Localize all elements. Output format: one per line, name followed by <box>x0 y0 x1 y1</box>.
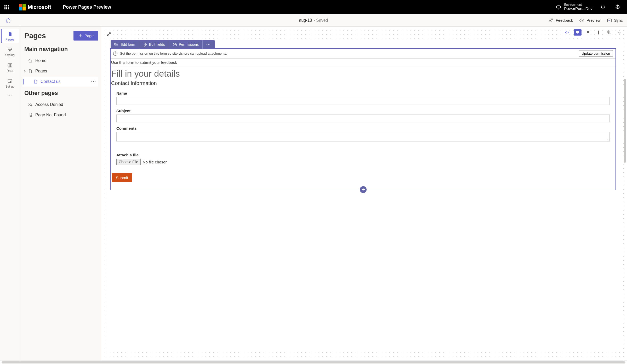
field-name: Name <box>116 91 610 105</box>
field-attach: Attach a file Choose File No file chosen <box>116 153 610 165</box>
new-page-button[interactable]: Page <box>73 31 98 41</box>
form-component-selection[interactable]: Edit form Edit fields Permissions ··· ! … <box>110 48 616 190</box>
rail-data[interactable]: Data <box>1 60 19 74</box>
document-status: - Saved <box>314 18 328 23</box>
tree-item-pages[interactable]: Pages <box>23 66 98 76</box>
tree-item-home[interactable]: Home <box>23 56 98 66</box>
home-button[interactable] <box>4 18 13 23</box>
app-launcher-button[interactable] <box>2 2 12 12</box>
access-denied-icon <box>28 102 33 107</box>
tree-item-contact-us[interactable]: Contact us ··· <box>23 77 98 87</box>
notifications-button[interactable] <box>599 3 607 11</box>
edit-form-label: Edit form <box>121 42 135 47</box>
form-body: Name Subject Comments Attach a file <box>111 91 615 190</box>
zoom-in-icon <box>607 30 611 35</box>
environment-picker[interactable]: Environment PowerPortalDev <box>556 3 592 11</box>
pages-panel-title: Pages <box>24 32 46 40</box>
update-permission-button[interactable]: Update permission <box>579 50 613 57</box>
mobile-icon <box>597 30 600 35</box>
code-view-button[interactable] <box>563 29 571 36</box>
sync-button[interactable]: Sync <box>607 18 623 23</box>
page-icon <box>7 31 13 37</box>
tree-item-access-denied[interactable]: Access Denied <box>23 100 98 110</box>
horizontal-scrollbar[interactable] <box>0 360 627 364</box>
svg-rect-17 <box>115 43 116 44</box>
microsoft-logo: Microsoft <box>19 4 51 10</box>
svg-point-3 <box>551 19 553 20</box>
zoom-button[interactable] <box>605 29 613 36</box>
tree-label: Contact us <box>41 79 60 84</box>
brush-icon <box>7 47 13 52</box>
tree-item-more-button[interactable]: ··· <box>91 79 96 84</box>
home-icon <box>5 18 11 23</box>
new-page-label: Page <box>84 33 94 38</box>
rail-setup-label: Set up <box>5 85 15 88</box>
svg-rect-6 <box>8 64 12 67</box>
feedback-label: Feedback <box>556 18 573 22</box>
subject-input[interactable] <box>116 115 610 122</box>
microsoft-logo-text: Microsoft <box>28 4 51 10</box>
edit-fields-label: Edit fields <box>149 42 165 47</box>
info-icon: ! <box>113 52 117 56</box>
environment-name: PowerPortalDev <box>564 7 592 11</box>
rail-more[interactable]: ··· <box>8 93 12 97</box>
scrollbar-thumb[interactable] <box>2 361 625 363</box>
submit-button[interactable]: Submit <box>112 173 132 182</box>
table-icon <box>7 63 13 68</box>
mobile-view-button[interactable] <box>595 29 602 36</box>
canvas-view-toolbar <box>563 29 623 36</box>
desktop-icon <box>575 31 580 34</box>
subject-label: Subject <box>116 109 610 113</box>
edit-icon <box>143 42 147 47</box>
file-status: No file chosen <box>143 160 168 164</box>
permissions-button[interactable]: Permissions <box>169 40 203 49</box>
name-input[interactable] <box>116 97 610 105</box>
rail-pages[interactable]: Pages <box>1 29 19 43</box>
form-section-heading: Contact Information <box>111 79 615 89</box>
home-icon <box>28 58 33 63</box>
preview-button[interactable]: Preview <box>579 18 600 23</box>
comments-input[interactable] <box>116 132 610 141</box>
desktop-view-button[interactable] <box>574 29 582 36</box>
svg-point-1 <box>617 7 618 8</box>
settings-button[interactable] <box>613 3 622 11</box>
choose-file-button[interactable]: Choose File <box>116 159 141 165</box>
svg-point-2 <box>549 19 551 21</box>
chevron-down-icon <box>618 31 621 34</box>
globe-icon <box>556 4 561 10</box>
form-intro-text: Use this form to submit your feedback <box>111 59 615 66</box>
left-rail: Pages Styling Data Set up ··· <box>0 27 20 360</box>
form-more-button[interactable]: ··· <box>203 40 215 49</box>
command-bar: aug-18 - Saved Feedback Preview Sync <box>0 14 627 27</box>
feedback-button[interactable]: Feedback <box>548 18 573 23</box>
rail-styling[interactable]: Styling <box>1 44 19 59</box>
document-title: aug-18 - Saved <box>299 18 328 23</box>
edit-form-button[interactable]: Edit form <box>111 40 139 49</box>
main-navigation-heading: Main navigation <box>24 46 98 53</box>
rail-data-label: Data <box>7 69 13 73</box>
global-header: Microsoft Power Pages Preview Environmen… <box>0 0 627 14</box>
rail-setup[interactable]: Set up <box>1 76 19 90</box>
gear-icon <box>615 4 620 10</box>
lock-icon <box>173 42 177 47</box>
field-comments: Comments <box>116 126 610 142</box>
zoom-dropdown[interactable] <box>615 29 623 36</box>
edit-fields-button[interactable]: Edit fields <box>139 40 169 49</box>
preview-label: Preview <box>586 18 600 22</box>
page-icon <box>28 69 33 73</box>
design-canvas[interactable]: Edit form Edit fields Permissions ··· ! … <box>101 27 627 360</box>
tablet-view-button[interactable] <box>584 29 592 36</box>
svg-point-4 <box>581 20 583 21</box>
vertical-scrollbar[interactable] <box>624 79 626 163</box>
svg-point-9 <box>29 103 30 105</box>
add-section-button[interactable] <box>360 186 367 193</box>
tree-label: Access Denied <box>35 102 63 107</box>
tree-label: Page Not Found <box>35 113 66 117</box>
pages-panel: Pages Page Main navigation Home <box>20 27 101 360</box>
plus-icon <box>361 188 365 191</box>
rail-styling-label: Styling <box>5 53 15 57</box>
tree-item-not-found[interactable]: Page Not Found <box>23 110 98 120</box>
resize-handle[interactable] <box>105 30 113 38</box>
name-label: Name <box>116 91 610 95</box>
app-name: Power Pages Preview <box>63 4 111 10</box>
